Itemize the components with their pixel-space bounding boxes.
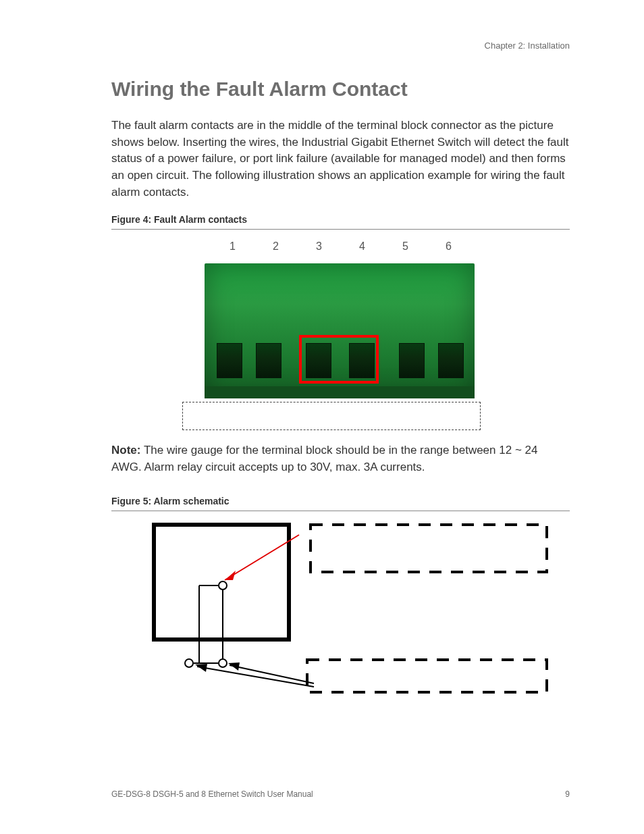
terminal-block-photo xyxy=(205,263,475,398)
note-body: The wire gauge for the terminal block sh… xyxy=(111,444,537,473)
figure4-label: 3 xyxy=(313,240,325,253)
terminal-hole xyxy=(438,343,464,378)
footer-page-number: 9 xyxy=(565,789,570,799)
chapter-header: Chapter 2: Installation xyxy=(485,41,570,51)
figure4-label: 4 xyxy=(356,240,369,253)
figure5-caption: Figure 5: Alarm schematic xyxy=(111,496,570,506)
terminal-hole xyxy=(256,343,281,378)
schematic-node xyxy=(219,659,227,667)
figure5-area xyxy=(111,518,570,714)
figure5-rule xyxy=(111,511,570,511)
red-arrow-head xyxy=(225,571,236,580)
terminal-hole xyxy=(217,343,242,378)
page-footer: GE-DSG-8 DSGH-5 and 8 Ethernet Switch Us… xyxy=(111,789,570,799)
alarm-schematic-svg xyxy=(111,518,557,714)
section-title: Wiring the Fault Alarm Contact xyxy=(111,78,570,101)
footer-manual-title: GE-DSG-8 DSGH-5 and 8 Ethernet Switch Us… xyxy=(111,789,313,799)
figure4-labels: 1 2 3 4 5 6 xyxy=(111,240,570,253)
note-text: Note: The wire gauge for the terminal bl… xyxy=(111,442,570,475)
document-page: Chapter 2: Installation Wiring the Fault… xyxy=(0,0,644,834)
figure4-dashed-box xyxy=(182,402,481,430)
figure4-caption: Figure 4: Fault Alarm contacts xyxy=(111,214,570,225)
schematic-node xyxy=(219,581,227,590)
note-label: Note: xyxy=(111,444,140,457)
schematic-node xyxy=(185,659,193,667)
figure4-rule xyxy=(111,229,570,230)
dashed-box-upper xyxy=(311,525,547,572)
fault-contact-highlight xyxy=(299,335,379,384)
figure4-label: 5 xyxy=(400,240,412,253)
black-arrow-head xyxy=(228,662,240,671)
black-arrow-head xyxy=(195,664,207,672)
figure4-area: 1 2 3 4 5 6 xyxy=(111,236,570,436)
figure4-label: 6 xyxy=(443,240,455,253)
dashed-box-lower xyxy=(307,660,547,692)
black-arrow-line xyxy=(197,667,314,687)
figure4-label: 1 xyxy=(227,240,239,253)
section-paragraph: The fault alarm contacts are in the midd… xyxy=(111,118,570,201)
figure4-label: 2 xyxy=(270,240,282,253)
terminal-hole xyxy=(399,343,425,378)
